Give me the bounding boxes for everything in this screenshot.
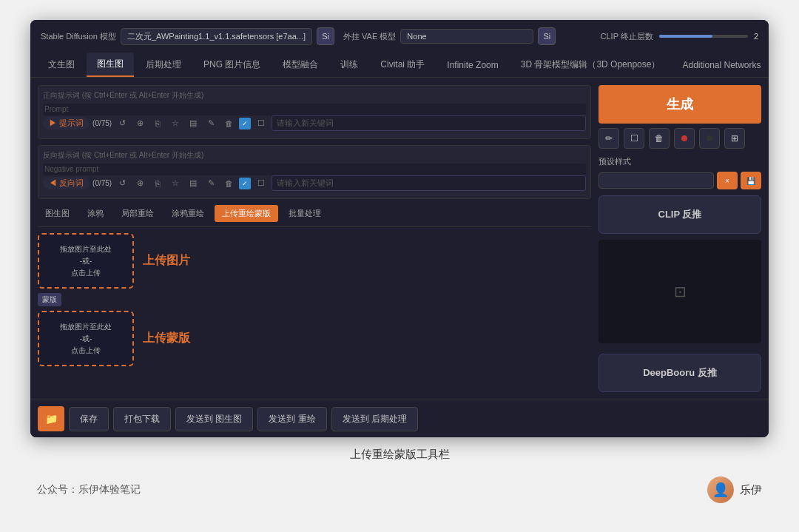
upload-image-box[interactable]: 拖放图片至此处 -或- 点击上传 xyxy=(38,233,134,289)
vae-section: 外挂 VAE 模型 None Si xyxy=(343,27,556,45)
footer-right: 👤 乐伊 xyxy=(707,477,762,503)
negative-keyword-input[interactable]: 请输入新关键词 xyxy=(272,175,586,191)
clip-slider[interactable] xyxy=(659,35,748,38)
model-si-icon[interactable]: Si xyxy=(317,27,334,45)
tab-postprocess[interactable]: 后期处理 xyxy=(135,53,192,76)
inner-tab-sketch-inpaint[interactable]: 涂鸦重绘 xyxy=(164,205,212,222)
positive-prompt-label: ▶ 提示词 xyxy=(43,117,90,129)
upload-mask-row: 拖放图片至此处 -或- 点击上传 上传蒙版 xyxy=(38,311,591,366)
preset-label: 预设样式 xyxy=(599,156,761,167)
inner-tab-img2img[interactable]: 图生图 xyxy=(38,205,77,222)
clip-recommend-box[interactable]: CLIP 反推 xyxy=(599,195,761,234)
inner-tabs: 图生图 涂鸦 局部重绘 涂鸦重绘 上传重绘蒙版 批量处理 xyxy=(38,205,591,227)
neg-square-icon[interactable]: ☐ xyxy=(254,176,269,191)
model-label: Stable Diffusion 模型 xyxy=(41,31,116,42)
neg-paste-icon[interactable]: ⎘ xyxy=(150,176,165,191)
negative-checkbox[interactable]: ✓ xyxy=(239,178,251,189)
negative-prompt-placeholder: Negative prompt xyxy=(43,164,586,175)
clip-slider-fill xyxy=(659,35,712,38)
vae-select[interactable]: None xyxy=(400,29,533,44)
positive-keyword-input[interactable]: 请输入新关键词 xyxy=(272,115,586,131)
avatar: 👤 xyxy=(707,477,734,503)
tab-txt2img[interactable]: 文生图 xyxy=(38,53,85,76)
tab-train[interactable]: 训练 xyxy=(330,53,368,76)
paste-icon[interactable]: ⎘ xyxy=(150,116,165,131)
dot-red-icon[interactable] xyxy=(674,128,695,149)
tab-additional-networks[interactable]: Additional Networks xyxy=(672,55,769,75)
inner-tab-inpaint[interactable]: 局部重绘 xyxy=(114,205,161,222)
tab-img2img[interactable]: 图生图 xyxy=(87,53,134,77)
neg-trash-icon[interactable]: 🗑 xyxy=(221,176,236,191)
preview-area: ⊡ xyxy=(599,240,761,343)
tab-merge[interactable]: 模型融合 xyxy=(272,53,328,76)
trash-icon[interactable]: 🗑 xyxy=(221,116,236,131)
preset-input[interactable] xyxy=(599,172,714,189)
dot-dark-icon[interactable] xyxy=(699,128,720,149)
footer-left-text: 公众号：乐伊体验笔记 xyxy=(37,483,141,496)
recycle-icon[interactable]: ↺ xyxy=(115,116,129,131)
preview-placeholder-icon: ⊡ xyxy=(674,283,687,300)
neg-star-icon[interactable]: ☆ xyxy=(168,176,183,191)
grid-icon[interactable]: ⊞ xyxy=(724,128,745,149)
inner-tab-sketch[interactable]: 涂鸦 xyxy=(80,205,111,222)
square-icon[interactable]: ☐ xyxy=(254,116,269,131)
bottom-bar: 📁 保存 打包下载 发送到 图生图 发送到 重绘 发送到 后期处理 xyxy=(30,400,769,437)
negative-prompt-toolbar: ◀ 反向词 (0/75) ↺ ⊕ ⎘ ☆ ▤ ✎ 🗑 ✓ ☐ 请输入新关键词 xyxy=(43,175,586,191)
action-icon-row: ✏ ☐ 🗑 ⊞ xyxy=(599,128,761,149)
model-section: Stable Diffusion 模型 二次元_AWPainting1.1_v1… xyxy=(41,27,334,45)
negative-prompt-label: ◀ 反向词 xyxy=(43,177,90,189)
main-content: 正向提示词 (按 Ctrl+Enter 或 Alt+Enter 开始生成) Pr… xyxy=(30,78,769,400)
copy-icon[interactable]: ⊕ xyxy=(132,116,147,131)
clip-label: CLIP 终止层数 xyxy=(601,31,653,42)
card-icon[interactable]: ▤ xyxy=(186,116,200,131)
neg-card-icon[interactable]: ▤ xyxy=(186,176,200,191)
tab-png-info[interactable]: PNG 图片信息 xyxy=(193,53,271,76)
neg-recycle-icon[interactable]: ↺ xyxy=(115,176,129,191)
positive-checkbox[interactable]: ✓ xyxy=(239,118,251,129)
deepbooru-recommend-box[interactable]: DeepBooru 反推 xyxy=(599,354,761,392)
tab-civitai[interactable]: Civitai 助手 xyxy=(370,53,435,76)
caption-bar: 上传重绘蒙版工具栏 xyxy=(350,437,450,468)
upload-mask-box[interactable]: 拖放图片至此处 -或- 点击上传 xyxy=(38,311,134,366)
edit-icon[interactable]: ✎ xyxy=(203,116,218,131)
square-outline-icon[interactable]: ☐ xyxy=(624,128,644,149)
clip-section: CLIP 终止层数 2 xyxy=(601,31,758,42)
inner-tab-upload-mask[interactable]: 上传重绘蒙版 xyxy=(215,205,278,222)
send-generate-button[interactable]: 发送到 图生图 xyxy=(175,407,253,431)
preset-apply-button[interactable]: × xyxy=(717,172,738,189)
trash-small-icon[interactable]: 🗑 xyxy=(649,128,670,149)
send-post-button[interactable]: 发送到 后期处理 xyxy=(331,407,418,431)
vae-si-icon[interactable]: Si xyxy=(538,27,556,45)
zip-button[interactable]: 打包下载 xyxy=(113,407,171,431)
vae-label: 外挂 VAE 模型 xyxy=(343,31,396,42)
star-icon[interactable]: ☆ xyxy=(168,116,183,131)
folder-button[interactable]: 📁 xyxy=(38,406,64,431)
inner-tab-batch[interactable]: 批量处理 xyxy=(281,205,328,222)
tab-bar: 文生图 图生图 后期处理 PNG 图片信息 模型融合 训练 Civitai 助手… xyxy=(30,53,769,78)
send-redraw-button[interactable]: 发送到 重绘 xyxy=(257,407,326,431)
save-button[interactable]: 保存 xyxy=(69,407,109,431)
positive-prompt-toolbar: ▶ 提示词 (0/75) ↺ ⊕ ⎘ ☆ ▤ ✎ 🗑 ✓ ☐ 请输入新关键词 xyxy=(43,115,586,131)
negative-prompt-count: (0/75) xyxy=(92,179,112,187)
preset-row: × 💾 xyxy=(599,172,761,189)
neg-copy-icon[interactable]: ⊕ xyxy=(132,176,147,191)
author-name: 乐伊 xyxy=(740,483,762,497)
positive-prompt-section: 正向提示词 (按 Ctrl+Enter 或 Alt+Enter 开始生成) Pr… xyxy=(38,85,591,139)
preset-save-button[interactable]: 💾 xyxy=(741,172,761,189)
model-select[interactable]: 二次元_AWPainting1.1_v1.1.safetensors [e7aa… xyxy=(121,28,312,45)
pencil-icon[interactable]: ✏ xyxy=(599,128,619,149)
upload-image-label: 上传图片 xyxy=(143,253,190,269)
negative-prompt-hint: 反向提示词 (按 Ctrl+Enter 或 Alt+Enter 开始生成) xyxy=(43,150,586,161)
upload-panels-wrapper: 拖放图片至此处 -或- 点击上传 上传图片 蒙版 拖放图片至此处 xyxy=(38,233,591,366)
tab-infinite-zoom[interactable]: Infinite Zoom xyxy=(436,55,508,75)
mask-badge[interactable]: 蒙版 xyxy=(38,293,61,306)
upload-mask-label: 上传蒙版 xyxy=(143,331,190,346)
upload-image-row: 拖放图片至此处 -或- 点击上传 上传图片 xyxy=(38,233,591,289)
positive-prompt-hint: 正向提示词 (按 Ctrl+Enter 或 Alt+Enter 开始生成) xyxy=(43,90,586,101)
neg-edit-icon[interactable]: ✎ xyxy=(203,176,218,191)
generate-button[interactable]: 生成 xyxy=(599,85,761,124)
tab-3d-skeleton[interactable]: 3D 骨架模型编辑（3D Openpose） xyxy=(510,53,671,76)
positive-prompt-count: (0/75) xyxy=(92,119,112,127)
right-panel: 生成 ✏ ☐ 🗑 ⊞ 预设样式 xyxy=(599,85,761,392)
top-bar: Stable Diffusion 模型 二次元_AWPainting1.1_v1… xyxy=(30,20,769,53)
